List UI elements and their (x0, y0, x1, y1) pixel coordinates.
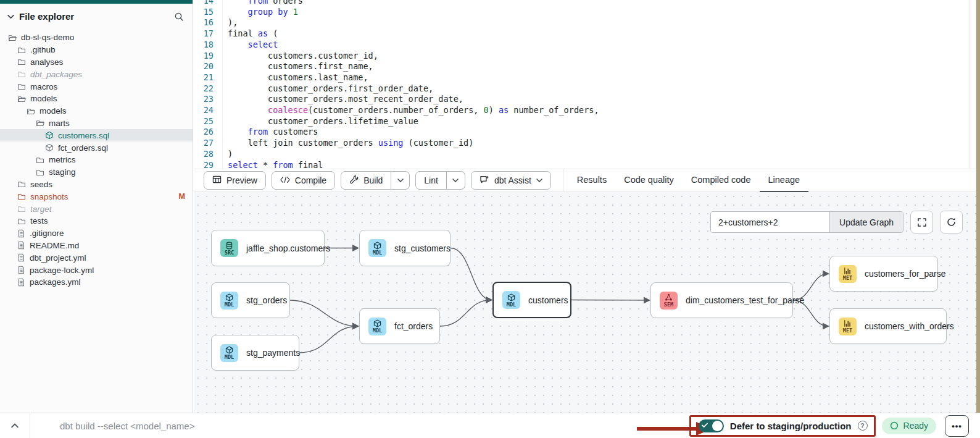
tree-item-db-sl-qs-demo[interactable]: db-sl-qs-demo (0, 32, 193, 44)
node-label: stg_orders (246, 295, 287, 305)
code-line[interactable]: 18 select (194, 40, 976, 51)
code-line[interactable]: 19 customers.customer_id, (194, 51, 976, 62)
chevron-up-icon[interactable] (0, 423, 30, 428)
tree-item-tests[interactable]: tests (0, 215, 193, 227)
dbt-assist-button[interactable]: dbt Assist (471, 171, 551, 190)
code-line[interactable]: 16), (194, 17, 976, 28)
code-editor[interactable]: 14 from orders15 group by 116),17final a… (194, 0, 976, 169)
tree-item-staging[interactable]: staging (0, 166, 193, 179)
file-icon (17, 241, 25, 250)
code-line[interactable]: 27 left join customer_orders using (cust… (194, 138, 976, 149)
lineage-panel: SRCjaffle_shop.customersMDLstg_customers… (194, 192, 976, 413)
tab-compiled-code[interactable]: Compiled code (683, 169, 760, 192)
lineage-node-dim_customers_test_for_parse[interactable]: SEMdim_customers_test_for_parse (650, 282, 793, 318)
file-tree: db-sl-qs-demo.githubanalysesdbt_packages… (0, 32, 193, 288)
command-input[interactable]: dbt build --select <model_name> (30, 421, 689, 431)
node-label: fct_orders (394, 321, 433, 331)
search-icon[interactable] (174, 12, 184, 22)
tree-item-customers-sql[interactable]: customers.sql (0, 129, 193, 141)
line-number: 18 (194, 40, 222, 51)
code-line[interactable]: 26 from customers (194, 127, 976, 138)
code-line[interactable]: 25 customer_orders.lifetime_value (194, 116, 976, 127)
tab-lineage[interactable]: Lineage (760, 169, 809, 192)
tree-item-label: staging (49, 167, 76, 177)
code-text: customer_orders.lifetime_value (222, 116, 418, 127)
tree-item-models[interactable]: models (0, 105, 193, 117)
defer-toggle[interactable] (699, 419, 724, 432)
code-text: from customers (222, 127, 318, 138)
tree-item-label: .gitignore (30, 229, 64, 238)
toolbar-tabs-divider (563, 169, 563, 192)
file-icon (17, 253, 25, 262)
tree-item-label: db-sl-qs-demo (21, 33, 74, 42)
lineage-node-customers_for_parse[interactable]: METcustomers_for_parse (829, 256, 938, 292)
build-button[interactable]: Build (341, 171, 391, 190)
tree-item-label: customers.sql (58, 131, 109, 140)
code-line[interactable]: 28) (194, 149, 976, 160)
file-explorer-panel: File explorer db-sl-qs-demo.githubanalys… (0, 0, 193, 413)
node-label: stg_payments (246, 348, 300, 358)
help-icon[interactable]: ? (858, 421, 868, 431)
lineage-selector-input[interactable] (711, 212, 829, 232)
line-number: 15 (194, 7, 222, 18)
lint-button-group: Lint (415, 171, 465, 190)
line-number: 16 (194, 17, 222, 28)
mdl-badge-icon: MDL (220, 344, 238, 362)
tree-item-label: package-lock.yml (30, 266, 94, 275)
tree-item-macros[interactable]: macros (0, 80, 193, 93)
file-icon (17, 266, 25, 274)
update-graph-button[interactable]: Update Graph (829, 212, 903, 232)
compile-button[interactable]: Compile (272, 171, 335, 190)
tree-item-label: tests (30, 216, 48, 225)
code-line[interactable]: 23 customer_orders.most_recent_order_dat… (194, 94, 976, 105)
lineage-node-customers_with_orders[interactable]: METcustomers_with_orders (829, 308, 947, 344)
tree-item-fct-orders-sql[interactable]: fct_orders.sql (0, 141, 193, 154)
tree-item-dbt-project-yml[interactable]: dbt_project.yml (0, 251, 193, 264)
code-line[interactable]: 17final as ( (194, 28, 976, 40)
code-text: coalesce(customer_orders.number_of_order… (222, 105, 599, 116)
tree-item-analyses[interactable]: analyses (0, 56, 193, 69)
tree-item-target[interactable]: target (0, 203, 193, 215)
tree-item-seeds[interactable]: seeds (0, 179, 193, 191)
fullscreen-icon[interactable] (910, 211, 933, 234)
lineage-controls: Update Graph (710, 211, 963, 234)
lineage-node-customers[interactable]: MDLcustomers (492, 282, 571, 318)
tree-item-marts[interactable]: marts (0, 117, 193, 130)
tree-item-dbt-packages[interactable]: dbt_packages (0, 68, 193, 80)
tree-item-package-lock-yml[interactable]: package-lock.yml (0, 264, 193, 276)
lineage-node-stg_payments[interactable]: MDLstg_payments (211, 335, 299, 371)
code-line[interactable]: 15 group by 1 (194, 7, 976, 18)
preview-button[interactable]: Preview (204, 171, 266, 190)
tab-code-quality[interactable]: Code quality (615, 169, 683, 192)
ready-status-badge: Ready (882, 418, 936, 434)
file-icon (17, 229, 25, 238)
line-number: 29 (194, 160, 222, 169)
code-line[interactable]: 22 customer_orders.first_order_date, (194, 83, 976, 95)
tree-item--github[interactable]: .github (0, 44, 193, 56)
tree-item-packages-yml[interactable]: packages.yml (0, 276, 193, 288)
tree-item-metrics[interactable]: metrics (0, 154, 193, 166)
tree-item--gitignore[interactable]: .gitignore (0, 227, 193, 240)
lineage-node-stg_customers[interactable]: MDLstg_customers (359, 230, 451, 266)
build-dropdown-chevron[interactable] (391, 171, 410, 190)
more-options-button[interactable]: ••• (945, 415, 969, 437)
tree-item-readme-md[interactable]: README.md (0, 240, 193, 252)
tab-results[interactable]: Results (568, 169, 615, 192)
lineage-node-fct_orders[interactable]: MDLfct_orders (359, 308, 440, 344)
tree-item-snapshots[interactable]: snapshotsM (0, 190, 193, 203)
lint-button[interactable]: Lint (415, 171, 447, 190)
editor-scrollbar[interactable] (970, 0, 970, 169)
code-line[interactable]: 24 coalesce(customer_orders.number_of_or… (194, 105, 976, 116)
tree-item-models[interactable]: models (0, 93, 193, 105)
code-line[interactable]: 29select * from final (194, 160, 976, 169)
tree-item-label: dbt_packages (30, 70, 82, 79)
lint-dropdown-chevron[interactable] (447, 171, 465, 190)
lineage-node-stg_orders[interactable]: MDLstg_orders (211, 282, 290, 318)
code-line[interactable]: 20 customers.first_name, (194, 61, 976, 72)
code-line[interactable]: 21 customers.last_name, (194, 72, 976, 83)
refresh-icon[interactable] (940, 211, 963, 234)
lineage-node-jaffle_shop_customers[interactable]: SRCjaffle_shop.customers (211, 230, 325, 266)
code-line[interactable]: 14 from orders (194, 0, 976, 7)
chevron-down-icon[interactable] (7, 14, 14, 19)
code-text: ) (222, 149, 233, 160)
